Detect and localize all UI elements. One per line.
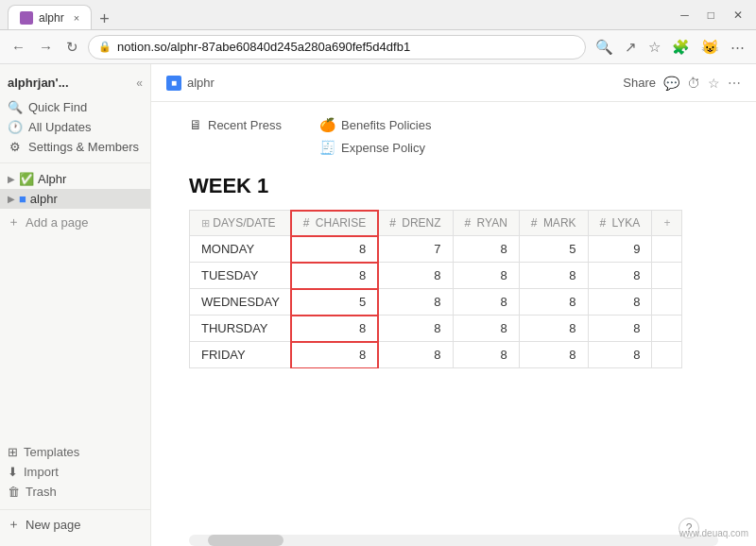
plus-icon: ＋: [8, 213, 20, 230]
cell-day-0[interactable]: MONDAY: [190, 236, 292, 263]
expense-label: Expense Policy: [341, 141, 425, 155]
cell-charise-4[interactable]: 8: [291, 342, 377, 368]
cell-charise-0[interactable]: 8: [291, 236, 377, 263]
sidebar-item-templates[interactable]: ⊞ Templates: [0, 442, 150, 462]
app-layout: alphrjan'... « 🔍 Quick Find 🕐 All Update…: [0, 64, 756, 546]
sidebar-item-settings[interactable]: ⚙ Settings & Members: [0, 137, 150, 157]
minimize-button[interactable]: ─: [675, 9, 695, 22]
new-tab-button[interactable]: +: [92, 9, 117, 29]
header-actions: Share 💬 ⏱ ☆ ⋯: [623, 76, 741, 91]
cell-day-1[interactable]: TUESDAY: [190, 263, 292, 289]
chevron-right-icon: ▶: [8, 174, 15, 184]
share-icon[interactable]: ↗: [621, 37, 641, 58]
benefits-icon: 🍊: [319, 117, 335, 132]
comment-icon[interactable]: 💬: [663, 76, 679, 91]
search-icon[interactable]: 🔍: [592, 37, 617, 58]
cell-ryan-1[interactable]: 8: [453, 263, 519, 289]
cell-drenz-3[interactable]: 8: [378, 316, 453, 342]
sidebar-item-all-updates[interactable]: 🕐 All Updates: [0, 117, 150, 137]
sidebar-bottom: ⊞ Templates ⬇ Import 🗑 Trash: [0, 438, 150, 505]
col-days-label: DAYS/DATE: [213, 216, 275, 230]
cell-ryan-2[interactable]: 8: [453, 289, 519, 316]
cell-add: [652, 342, 682, 368]
history-icon[interactable]: ⏱: [687, 76, 700, 91]
sidebar-alphr-label: alphr: [30, 192, 58, 206]
cell-drenz-4[interactable]: 8: [378, 342, 453, 368]
cell-lyka-2[interactable]: 8: [588, 289, 652, 316]
page-content: 🖥 Recent Press 🍊 Benefits Policies 🧾 Exp…: [151, 102, 756, 527]
workspace-name[interactable]: alphrjan'...: [8, 76, 69, 90]
cell-add: [652, 236, 682, 263]
horizontal-scrollbar[interactable]: [189, 535, 718, 546]
forward-button[interactable]: →: [35, 37, 57, 57]
recent-press-icon: 🖥: [189, 117, 202, 132]
cell-mark-2[interactable]: 8: [519, 289, 588, 316]
trash-label: Trash: [26, 485, 57, 499]
cell-ryan-0[interactable]: 8: [453, 236, 519, 263]
cell-mark-1[interactable]: 8: [519, 263, 588, 289]
cell-lyka-4[interactable]: 8: [588, 342, 652, 368]
cell-charise-1[interactable]: 8: [291, 263, 377, 289]
cell-drenz-0[interactable]: 7: [378, 236, 453, 263]
cell-ryan-3[interactable]: 8: [453, 316, 519, 342]
main-content: ■ alphr Share 💬 ⏱ ☆ ⋯ 🖥 Recent Press: [151, 64, 756, 546]
sidebar-item-quick-find[interactable]: 🔍 Quick Find: [0, 97, 150, 117]
templates-icon: ⊞: [8, 445, 18, 459]
tab-close-button[interactable]: ×: [74, 12, 79, 24]
lock-icon: 🔒: [98, 41, 112, 53]
new-page-button[interactable]: ＋ New page: [0, 509, 150, 538]
expense-icon: 🧾: [319, 140, 335, 155]
cell-charise-2[interactable]: 5: [291, 289, 377, 316]
address-bar[interactable]: 🔒 notion.so/alphr-87abe60840d245a280a690…: [88, 35, 586, 60]
recent-press-label: Recent Press: [208, 118, 282, 132]
extensions-icon[interactable]: 🧩: [668, 37, 694, 58]
cell-day-4[interactable]: FRIDAY: [190, 342, 292, 368]
recent-press-link[interactable]: 🖥 Recent Press: [189, 117, 282, 132]
table-row: WEDNESDAY58888: [190, 289, 682, 316]
sidebar-item-alphr-parent[interactable]: ▶ ✅ Alphr: [0, 169, 150, 189]
cell-lyka-0[interactable]: 9: [588, 236, 652, 263]
trash-icon: 🗑: [8, 485, 20, 499]
tab-title: alphr: [39, 11, 64, 25]
cell-mark-4[interactable]: 8: [519, 342, 588, 368]
more-icon[interactable]: ⋯: [728, 76, 741, 91]
col-add-button[interactable]: +: [652, 211, 682, 236]
cell-add: [652, 263, 682, 289]
menu-icon[interactable]: ⋯: [727, 37, 748, 58]
scrollbar-thumb[interactable]: [208, 535, 284, 546]
close-button[interactable]: ✕: [728, 9, 748, 22]
table-wrap: ⊞ DAYS/DATE # CHARISE # DRENZ: [189, 210, 718, 368]
cell-mark-3[interactable]: 8: [519, 316, 588, 342]
star-icon[interactable]: ☆: [644, 37, 664, 58]
sidebar-header: alphrjan'... «: [0, 72, 150, 97]
share-button[interactable]: Share: [623, 76, 656, 90]
expense-link[interactable]: 🧾 Expense Policy: [319, 140, 431, 155]
sidebar-item-trash[interactable]: 🗑 Trash: [0, 482, 150, 502]
favorite-icon[interactable]: ☆: [708, 76, 720, 91]
benefits-link[interactable]: 🍊 Benefits Policies: [319, 117, 431, 132]
import-label: Import: [24, 465, 59, 479]
cell-drenz-1[interactable]: 8: [378, 263, 453, 289]
add-page-button[interactable]: ＋ Add a page: [0, 211, 150, 233]
cell-lyka-3[interactable]: 8: [588, 316, 652, 342]
collapse-icon[interactable]: «: [136, 77, 143, 90]
col-drenz-label: DRENZ: [402, 216, 440, 230]
maximize-button[interactable]: □: [702, 9, 720, 22]
cell-mark-0[interactable]: 5: [519, 236, 588, 263]
cell-charise-3[interactable]: 8: [291, 316, 377, 342]
browser-tab[interactable]: alphr ×: [8, 5, 92, 29]
cell-lyka-1[interactable]: 8: [588, 263, 652, 289]
url-text: notion.so/alphr-87abe60840d245a280a690fe…: [117, 40, 576, 54]
profile-icon[interactable]: 😺: [697, 37, 723, 58]
table-row: MONDAY87859: [190, 236, 682, 263]
cell-drenz-2[interactable]: 8: [378, 289, 453, 316]
back-button[interactable]: ←: [8, 37, 29, 57]
sidebar-item-import[interactable]: ⬇ Import: [0, 462, 150, 482]
sidebar-item-alphr[interactable]: ▶ ■ alphr: [0, 189, 150, 209]
link-group-left: 🖥 Recent Press: [189, 117, 282, 155]
refresh-button[interactable]: ↻: [62, 37, 82, 58]
cell-day-2[interactable]: WEDNESDAY: [190, 289, 292, 316]
link-group-right: 🍊 Benefits Policies 🧾 Expense Policy: [319, 117, 431, 155]
cell-day-3[interactable]: THURSDAY: [190, 316, 292, 342]
cell-ryan-4[interactable]: 8: [453, 342, 519, 368]
